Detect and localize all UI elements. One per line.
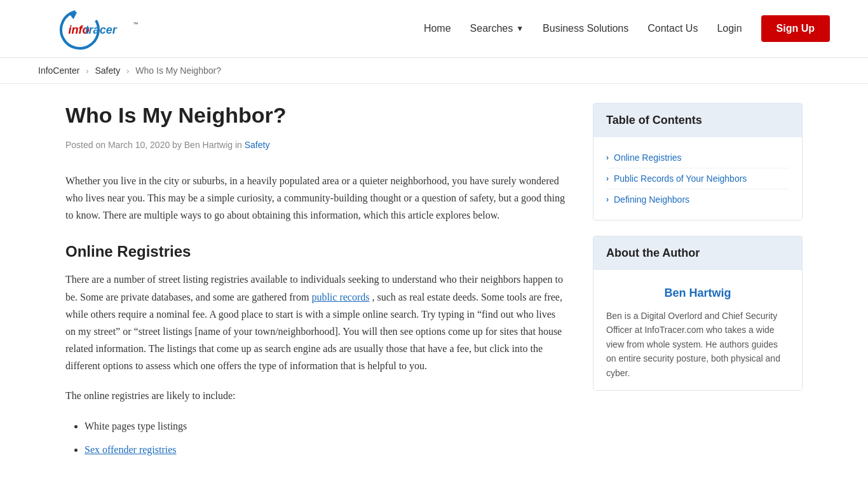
article-category-link[interactable]: Safety bbox=[245, 140, 270, 150]
author-content: Ben Hartwig Ben is a Digital Overlord an… bbox=[593, 270, 802, 390]
login-button[interactable]: Login bbox=[717, 23, 742, 34]
svg-text:tracer: tracer bbox=[85, 24, 118, 36]
list-item-sex-offender: Sex offender registries bbox=[85, 441, 567, 458]
section1-heading: Online Registries bbox=[65, 243, 567, 261]
article-section1-p1: There are a number of street listing reg… bbox=[65, 271, 567, 374]
breadcrumb-sep-2: › bbox=[126, 66, 129, 76]
toc-item-public-records[interactable]: › Public Records of Your Neighbors bbox=[606, 168, 789, 189]
article-meta: Posted on March 10, 2020 by Ben Hartwig … bbox=[65, 138, 567, 153]
author-header: About the Author bbox=[593, 236, 802, 270]
nav-searches[interactable]: Searches ▼ bbox=[470, 23, 524, 34]
breadcrumb-sep-1: › bbox=[86, 66, 88, 76]
logo[interactable]: info tracer ™ bbox=[38, 6, 153, 51]
site-header: info tracer ™ Home Searches ▼ Business S… bbox=[0, 0, 868, 58]
nav-contact-us[interactable]: Contact Us bbox=[648, 23, 698, 34]
signup-button[interactable]: Sign Up bbox=[761, 15, 830, 42]
toc-box: Table of Contents › Online Registries › … bbox=[593, 103, 803, 220]
toc-content: › Online Registries › Public Records of … bbox=[593, 137, 802, 220]
breadcrumb-safety[interactable]: Safety bbox=[95, 65, 121, 76]
article-title: Who Is My Neighbor? bbox=[65, 103, 567, 128]
breadcrumb-infocenter[interactable]: InfoCenter bbox=[38, 65, 79, 76]
article-section1-p2: The online registries are likely to incl… bbox=[65, 387, 567, 404]
nav-home[interactable]: Home bbox=[424, 23, 451, 34]
searches-chevron-icon: ▼ bbox=[516, 24, 524, 33]
author-box: About the Author Ben Hartwig Ben is a Di… bbox=[593, 236, 803, 391]
article-list: White pages type listings Sex offender r… bbox=[65, 417, 567, 458]
nav-business-solutions[interactable]: Business Solutions bbox=[543, 23, 628, 34]
article-intro: Whether you live in the city or suburbs,… bbox=[65, 172, 567, 224]
sex-offender-link[interactable]: Sex offender registries bbox=[85, 444, 177, 455]
main-container: Who Is My Neighbor? Posted on March 10, … bbox=[27, 84, 841, 488]
public-records-link[interactable]: public records bbox=[311, 292, 369, 302]
toc-header: Table of Contents bbox=[593, 104, 802, 137]
toc-chevron-icon: › bbox=[606, 174, 609, 183]
toc-item-online-registries[interactable]: › Online Registries bbox=[606, 147, 789, 168]
list-item: White pages type listings bbox=[85, 417, 567, 435]
sidebar: Table of Contents › Online Registries › … bbox=[593, 103, 803, 471]
author-bio: Ben is a Digital Overlord and Chief Secu… bbox=[606, 309, 789, 380]
breadcrumb: InfoCenter › Safety › Who Is My Neighbor… bbox=[0, 58, 868, 84]
toc-chevron-icon: › bbox=[606, 153, 609, 162]
toc-chevron-icon: › bbox=[606, 195, 609, 204]
article: Who Is My Neighbor? Posted on March 10, … bbox=[65, 103, 567, 471]
svg-text:™: ™ bbox=[133, 22, 138, 27]
author-name: Ben Hartwig bbox=[606, 280, 789, 309]
toc-item-defining-neighbors[interactable]: › Defining Neighbors bbox=[606, 189, 789, 210]
main-nav: Home Searches ▼ Business Solutions Conta… bbox=[424, 15, 830, 42]
breadcrumb-current: Who Is My Neighbor? bbox=[135, 65, 221, 76]
